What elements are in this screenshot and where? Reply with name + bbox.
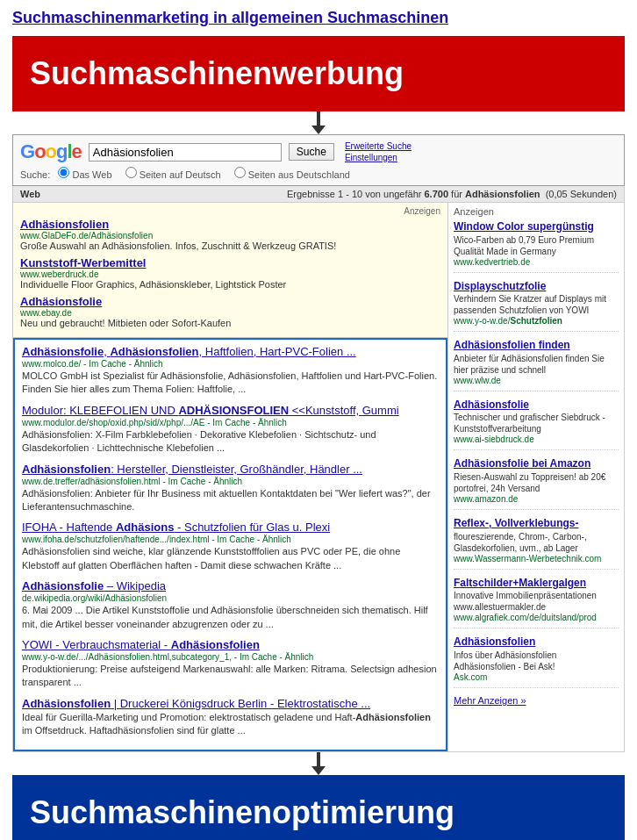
organic-result-5-url[interactable]: de.wikipedia.org/wiki/Adhäsionsfolien: [22, 593, 439, 603]
organic-result-1: Adhäsionsfolie, Adhäsionsfolien, Haftfol…: [22, 345, 439, 397]
organic-result-5: Adhäsionsfolie – Wikipedia de.wikipedia.…: [22, 579, 439, 631]
right-ad-2-title[interactable]: Displayschutzfolie: [454, 280, 619, 294]
right-ad-2-desc: Verhindern Sie Kratzer auf Displays mit …: [454, 293, 619, 316]
bottom-banner: Suchmaschinenoptimierung: [12, 775, 625, 840]
right-ad-7-url[interactable]: www.algrafiek.com/de/duitsland/prod: [454, 613, 619, 622]
right-ad-6-url[interactable]: www.Wassermann-Werbetechnik.com: [454, 554, 619, 564]
right-ad-8-title[interactable]: Adhäsionsfolien: [454, 635, 619, 650]
right-ad-1-desc: Wico-Farben ab 0,79 Euro Premium Qualitä…: [454, 234, 619, 257]
top-ad-3-desc: Neu und gebraucht! Mitbieten oder Sofort…: [20, 318, 440, 328]
option-germany[interactable]: Seiten aus Deutschland: [234, 169, 350, 180]
organic-result-5-desc: 6. Mai 2009 ... Die Artikel Kunststoffol…: [22, 604, 439, 631]
google-search-area: Google Suche Erweiterte Suche Einstellun…: [12, 134, 625, 186]
organic-results-section: Adhäsionsfolie, Adhäsionsfolien, Haftfol…: [13, 338, 447, 751]
top-ad-2-url[interactable]: www.weberdruck.de: [20, 269, 440, 279]
right-ad-4-url[interactable]: www.ai-siebdruck.de: [454, 434, 619, 444]
right-ad-5-url[interactable]: www.amazon.de: [454, 494, 619, 504]
google-header: Google Suche Erweiterte Suche Einstellun…: [20, 140, 617, 163]
organic-result-4-url[interactable]: www.ifoha.de/schutzfolien/haftende.../in…: [22, 535, 439, 544]
right-ad-3: Adhäsionsfolien finden Anbieter für Adhä…: [454, 339, 619, 391]
top-ad-1-desc: Große Auswahl an Adhäsionsfolien. Infos,…: [20, 241, 440, 251]
organic-result-1-title[interactable]: Adhäsionsfolie, Adhäsionsfolien, Haftfol…: [22, 345, 439, 358]
organic-result-2: Modulor: KLEBEFOLIEN UND ADHÄSIONSFOLIEN…: [22, 404, 439, 456]
organic-result-3-url[interactable]: www.de.treffer/adhäsionsfolien.html - Im…: [22, 477, 439, 486]
organic-result-6-desc: Produktionierung: Preise aufsteigend Mar…: [22, 663, 439, 690]
organic-result-5-title[interactable]: Adhäsionsfolie – Wikipedia: [22, 579, 439, 592]
top-banner: Suchmaschinenwerbung: [12, 36, 625, 111]
page-title: Suchmaschinenmarketing in allgemeinen Su…: [12, 9, 625, 27]
top-ad-2: Kunststoff-Werbemittel www.weberdruck.de…: [20, 256, 440, 290]
right-ad-3-title[interactable]: Adhäsionsfolien finden: [454, 339, 619, 353]
right-ad-3-desc: Anbieter für Adhäsionsfolien finden Sie …: [454, 353, 619, 376]
right-ad-1-url[interactable]: www.kedvertrieb.de: [454, 257, 619, 267]
page-wrapper: Suchmaschinenmarketing in allgemeinen Su…: [0, 0, 637, 840]
right-ad-6-desc: floureszierende, Chrom-, Carbon-, Glasde…: [454, 531, 619, 554]
results-container: Anzeigen Adhäsionsfolien www.GlaDeFo.de/…: [12, 203, 625, 752]
right-ad-7-title[interactable]: Faltschilder+Maklergalgen: [454, 577, 619, 591]
top-ad-1-title[interactable]: Adhäsionsfolien: [20, 218, 440, 231]
right-ad-8-url[interactable]: Ask.com: [454, 672, 619, 682]
right-ad-3-url[interactable]: www.wlw.de: [454, 376, 619, 385]
organic-result-1-desc: MOLCO GmbH ist Spezialist für Adhäsionsf…: [22, 370, 439, 397]
top-ad-3-title[interactable]: Adhäsionsfolie: [20, 295, 440, 308]
right-ad-1: Window Color supergünstig Wico-Farben ab…: [454, 220, 619, 273]
more-ads-link[interactable]: Mehr Anzeigen »: [454, 695, 619, 706]
right-ad-6: Reflex-, Vollverklebungs- floureszierend…: [454, 517, 619, 570]
right-ad-6-title[interactable]: Reflex-, Vollverklebungs-: [454, 517, 619, 531]
right-ad-4-desc: Technischer und grafischer Siebdruck - K…: [454, 412, 619, 434]
settings-link[interactable]: Einstellungen: [345, 152, 412, 163]
organic-result-7: Adhäsionsfolien | Druckerei Königsdruck …: [22, 697, 439, 738]
top-ad-1-url[interactable]: www.GlaDeFo.de/Adhäsionsfolien: [20, 231, 440, 241]
arrow-middle: [12, 766, 625, 775]
arrow-top-shaft: [12, 111, 625, 126]
right-ads-label: Anzeigen: [454, 206, 619, 217]
right-ad-8: Adhäsionsfolien Infos über Adhäsionsfoli…: [454, 635, 619, 688]
organic-result-6: YOWI - Verbrauchsmaterial - Adhäsionsfol…: [22, 638, 439, 690]
right-ad-7-desc: Innovative Immobilienpräsentationen www.…: [454, 590, 619, 613]
advanced-search-link[interactable]: Erweiterte Suche: [345, 140, 412, 152]
organic-result-2-desc: Adhäsionsfolien: X-Film Farbklebefolien …: [22, 428, 439, 456]
organic-result-3-title[interactable]: Adhäsionsfolien: Hersteller, Dienstleist…: [22, 463, 439, 476]
organic-result-6-url[interactable]: www.y-o-w.de/.../Adhäsionsfolien.html,su…: [22, 652, 439, 662]
organic-result-1-url[interactable]: www.molco.de/ - Im Cache - Ähnlich: [22, 359, 439, 369]
results-count: Ergebnisse 1 - 10 von ungefähr 6.700 für…: [287, 189, 617, 199]
organic-result-2-title[interactable]: Modulor: KLEBEFOLIEN UND ADHÄSIONSFOLIEN…: [22, 404, 439, 417]
search-options: Suche: Das Web Seiten auf Deutsch Seiten…: [20, 167, 617, 180]
organic-result-2-url[interactable]: www.modulor.de/shop/oxid.php/sid/x/php/.…: [22, 418, 439, 427]
search-button[interactable]: Suche: [289, 143, 334, 161]
right-ad-2-url[interactable]: www.y-o-w.de/Schutzfolien: [454, 316, 619, 326]
right-ad-8-desc: Infos über Adhäsionsfolien Adhäsionsfoli…: [454, 650, 619, 672]
web-label: Web: [20, 189, 40, 199]
right-ad-5-title[interactable]: Adhäsionsfolie bei Amazon: [454, 457, 619, 471]
option-web[interactable]: Das Web: [58, 169, 114, 180]
top-ads-section: Anzeigen Adhäsionsfolien www.GlaDeFo.de/…: [13, 203, 447, 338]
arrow-top: [12, 126, 625, 134]
top-ad-2-title[interactable]: Kunststoff-Werbemittel: [20, 256, 440, 269]
search-input[interactable]: [89, 143, 282, 162]
organic-result-4: IFOHA - Haftende Adhäsions - Schutzfolie…: [22, 521, 439, 572]
organic-result-3-desc: Adhäsionsfolien: Anbieter für Ihr Busine…: [22, 487, 439, 514]
right-ad-5-desc: Riesen-Auswahl zu Toppreisen! ab 20€ por…: [454, 471, 619, 494]
top-ad-3-url[interactable]: www.ebay.de: [20, 308, 440, 318]
results-bar: Web Ergebnisse 1 - 10 von ungefähr 6.700…: [12, 186, 625, 203]
organic-result-4-title[interactable]: IFOHA - Haftende Adhäsions - Schutzfolie…: [22, 521, 439, 534]
top-ad-1: Adhäsionsfolien www.GlaDeFo.de/Adhäsions…: [20, 218, 440, 251]
right-ad-4: Adhäsionsfolie Technischer und grafische…: [454, 398, 619, 451]
right-ad-4-title[interactable]: Adhäsionsfolie: [454, 398, 619, 413]
organic-result-6-title[interactable]: YOWI - Verbrauchsmaterial - Adhäsionsfol…: [22, 638, 439, 651]
google-logo: Google: [20, 140, 82, 163]
right-ads-panel: Anzeigen Window Color supergünstig Wico-…: [448, 203, 624, 751]
top-ads-label: Anzeigen: [20, 206, 440, 216]
right-ad-1-title[interactable]: Window Color supergünstig: [454, 220, 619, 234]
right-ad-7: Faltschilder+Maklergalgen Innovative Imm…: [454, 577, 619, 629]
option-deutsch[interactable]: Seiten auf Deutsch: [125, 169, 224, 180]
organic-result-7-desc: Ideal für Guerilla-Marketing und Promoti…: [22, 711, 439, 738]
arrow-middle-shaft: [12, 752, 625, 766]
top-ad-3: Adhäsionsfolie www.ebay.de Neu und gebra…: [20, 295, 440, 328]
top-ad-2-desc: Individuelle Floor Graphics, Adhäsionskl…: [20, 279, 440, 290]
organic-result-7-title[interactable]: Adhäsionsfolien | Druckerei Königsdruck …: [22, 697, 439, 710]
left-panel: Anzeigen Adhäsionsfolien www.GlaDeFo.de/…: [13, 203, 448, 751]
right-ad-5: Adhäsionsfolie bei Amazon Riesen-Auswahl…: [454, 457, 619, 510]
organic-result-3: Adhäsionsfolien: Hersteller, Dienstleist…: [22, 463, 439, 514]
right-ad-2: Displayschutzfolie Verhindern Sie Kratze…: [454, 280, 619, 333]
